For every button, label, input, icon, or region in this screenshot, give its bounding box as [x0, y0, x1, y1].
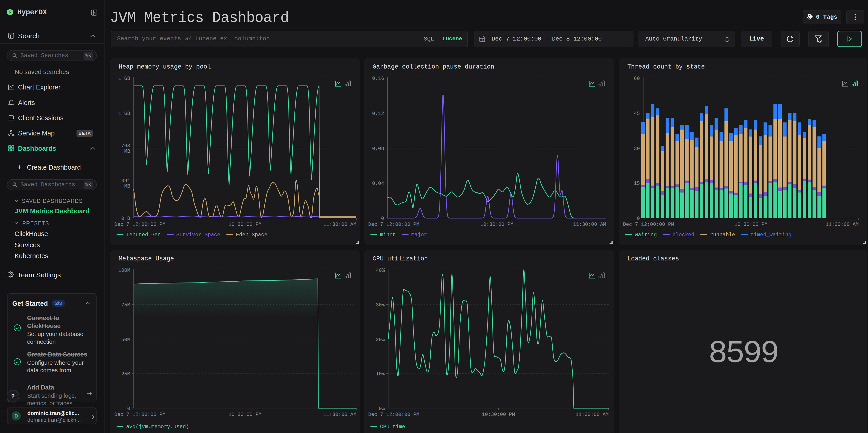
svg-text:763: 763 — [121, 143, 130, 149]
svg-text:75M: 75M — [121, 302, 130, 308]
svg-text:Dec 7 12:00:00 PM: Dec 7 12:00:00 PM — [368, 222, 419, 227]
svg-text:10:30:00 PM: 10:30:00 PM — [480, 222, 513, 227]
svg-text:50M: 50M — [121, 337, 130, 343]
svg-text:11:30:00 AM: 11:30:00 AM — [576, 412, 609, 417]
svg-text:Dec 7 12:00:00 PM: Dec 7 12:00:00 PM — [114, 222, 165, 227]
svg-text:avg(jvm.memory.used): avg(jvm.memory.used) — [126, 424, 189, 430]
svg-text:Survivor Space: Survivor Space — [176, 232, 220, 238]
svg-text:blocked: blocked — [673, 232, 694, 238]
svg-text:0%: 0% — [379, 406, 385, 411]
svg-text:0: 0 — [127, 406, 130, 411]
svg-text:Dec 7 12:00:00 PM: Dec 7 12:00:00 PM — [623, 222, 674, 227]
svg-text:Tenured Gen: Tenured Gen — [126, 232, 161, 238]
svg-text:major: major — [411, 232, 427, 238]
svg-text:11:30:00 AM: 11:30:00 AM — [826, 222, 859, 227]
svg-text:1 GB: 1 GB — [118, 111, 130, 117]
svg-text:25M: 25M — [121, 371, 130, 377]
svg-text:runnable: runnable — [710, 232, 735, 238]
svg-text:1 GB: 1 GB — [118, 76, 130, 82]
svg-text:Eden Space: Eden Space — [236, 232, 267, 238]
svg-text:10:30:00 PM: 10:30:00 PM — [734, 222, 767, 227]
svg-text:100M: 100M — [118, 268, 130, 273]
svg-text:11:30:00 AM: 11:30:00 AM — [323, 412, 356, 417]
svg-text:381: 381 — [121, 178, 130, 184]
svg-text:30: 30 — [634, 146, 640, 152]
svg-text:11:30:00 AM: 11:30:00 AM — [323, 222, 356, 227]
svg-text:0 B: 0 B — [121, 216, 130, 221]
svg-text:minor: minor — [380, 232, 396, 238]
svg-text:0: 0 — [637, 216, 640, 221]
svg-text:0.04: 0.04 — [372, 181, 384, 186]
svg-text:20%: 20% — [376, 337, 385, 343]
svg-text:0.08: 0.08 — [372, 146, 384, 152]
svg-text:waiting: waiting — [635, 232, 657, 238]
svg-text:0.16: 0.16 — [372, 76, 384, 82]
svg-text:15: 15 — [634, 181, 640, 186]
svg-text:Dec 7 12:00:00 PM: Dec 7 12:00:00 PM — [368, 412, 419, 417]
svg-text:CPU time: CPU time — [380, 424, 405, 430]
svg-text:0: 0 — [381, 216, 384, 221]
svg-text:10:30:00 PM: 10:30:00 PM — [228, 412, 261, 417]
svg-text:11:30:00 AM: 11:30:00 AM — [573, 222, 606, 227]
svg-text:0.12: 0.12 — [372, 111, 384, 117]
svg-text:MB: MB — [124, 184, 130, 189]
svg-text:timed_waiting: timed_waiting — [751, 232, 792, 238]
svg-text:10:30:00 PM: 10:30:00 PM — [228, 222, 261, 227]
svg-text:40%: 40% — [376, 268, 385, 273]
svg-text:45: 45 — [634, 111, 640, 117]
svg-text:60: 60 — [634, 76, 640, 82]
svg-text:MB: MB — [124, 149, 130, 154]
svg-text:10:30:00 PM: 10:30:00 PM — [482, 412, 515, 417]
svg-text:30%: 30% — [376, 302, 385, 308]
svg-text:10%: 10% — [376, 371, 385, 377]
svg-text:Dec 7 12:00:00 PM: Dec 7 12:00:00 PM — [114, 412, 165, 417]
